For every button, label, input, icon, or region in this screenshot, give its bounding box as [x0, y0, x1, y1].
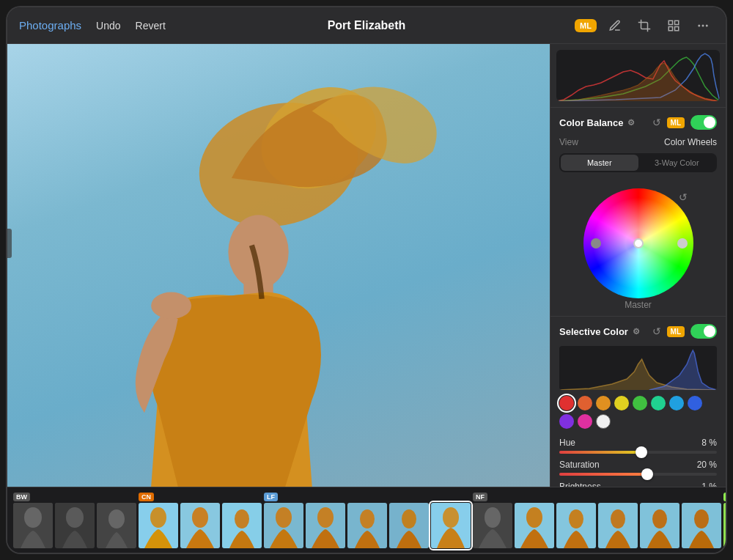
swatch-sky[interactable]: [669, 396, 684, 410]
film-thumb[interactable]: 001: [473, 503, 512, 548]
svg-point-35: [485, 507, 501, 528]
tab-master[interactable]: Master: [561, 155, 638, 171]
swatch-green[interactable]: [633, 396, 647, 410]
view-label: View: [559, 137, 578, 147]
brightness-slider-row: Brightness -1 %: [550, 479, 726, 487]
color-wheel-right-handle[interactable]: [677, 238, 688, 248]
color-wheel[interactable]: [583, 188, 693, 298]
back-button[interactable]: Photographs: [19, 19, 81, 32]
film-thumb[interactable]: 005: [640, 503, 679, 548]
svg-point-23: [235, 509, 249, 528]
color-balance-view-row: View Color Wheels: [550, 134, 726, 153]
swatch-red[interactable]: [559, 396, 574, 410]
swatch-purple[interactable]: [559, 414, 574, 429]
swatch-yellow[interactable]: [596, 396, 611, 410]
film-thumb[interactable]: 004: [389, 503, 429, 548]
film-thumb[interactable]: 001: [264, 503, 303, 548]
photo-canvas: [7, 44, 550, 487]
saturation-label: Saturation: [559, 460, 600, 470]
svg-rect-0: [668, 21, 672, 24]
brightness-value: -1 %: [699, 482, 717, 487]
swatch-white[interactable]: [596, 414, 611, 429]
hue-slider-track[interactable]: [559, 451, 717, 454]
revert-button[interactable]: Revert: [136, 20, 166, 32]
film-thumb-selected[interactable]: 005: [431, 503, 471, 548]
film-group-lf: LF 001 002 003 004: [264, 493, 471, 548]
selective-color-header: Selective Color ⚙ ↺ ML: [550, 317, 726, 343]
film-thumb[interactable]: 003: [222, 503, 262, 548]
selective-color-toggle[interactable]: [690, 324, 717, 339]
film-thumb[interactable]: 006: [682, 503, 721, 548]
swatch-blue[interactable]: [688, 396, 702, 410]
selective-color-section: Selective Color ⚙ ↺ ML: [550, 317, 726, 487]
undo-button[interactable]: Undo: [96, 20, 120, 32]
view-value[interactable]: Color Wheels: [664, 137, 717, 147]
svg-rect-46: [723, 503, 726, 548]
saturation-value: 20 %: [697, 460, 717, 470]
color-wheel-center-handle[interactable]: [633, 238, 644, 248]
markup-icon-btn[interactable]: [604, 15, 626, 37]
crop-icon-btn[interactable]: [633, 15, 655, 37]
selective-color-ml[interactable]: ML: [667, 326, 685, 337]
film-thumb[interactable]: 003: [556, 503, 596, 548]
svg-rect-2: [668, 26, 672, 30]
film-thumbnails-cn: 001 002 003: [139, 503, 262, 548]
histogram-canvas: [556, 50, 720, 101]
saturation-slider-row: Saturation 20 %: [550, 457, 726, 479]
color-balance-reset[interactable]: ↺: [652, 117, 661, 128]
swatch-yellow-green[interactable]: [614, 396, 629, 410]
film-thumb[interactable]: 001: [13, 503, 53, 548]
tab-3way[interactable]: 3-Way Color: [638, 155, 716, 171]
svg-point-21: [192, 507, 208, 528]
film-thumb[interactable]: 004: [598, 503, 638, 548]
film-group-nf: NF 001 002 003 004: [473, 493, 721, 548]
svg-point-13: [24, 507, 42, 528]
film-group-cn: CN 001 002 003: [139, 493, 262, 548]
right-panel: Color Balance ⚙ ↺ ML View Color Wheels M…: [550, 44, 726, 487]
color-balance-ml[interactable]: ML: [667, 117, 685, 128]
film-thumb[interactable]: 002: [180, 503, 220, 548]
film-thumb[interactable]: 001: [139, 503, 178, 548]
swatch-pink[interactable]: [578, 414, 592, 429]
svg-point-27: [317, 507, 334, 528]
film-thumb[interactable]: 001: [723, 503, 726, 548]
film-thumb[interactable]: 003: [97, 503, 136, 548]
saturation-slider-thumb[interactable]: [641, 468, 653, 480]
film-thumbnails-lf: 001 002 003 004 005: [264, 503, 471, 548]
selective-color-controls: ↺ ML: [652, 324, 717, 339]
photo-title: Port Elizabeth: [328, 19, 406, 32]
film-group-bw: BW 001 002 003: [13, 493, 136, 548]
color-wheel-left-handle[interactable]: [591, 238, 601, 248]
film-thumb[interactable]: 002: [55, 503, 95, 548]
color-balance-info-icon[interactable]: ⚙: [627, 118, 635, 128]
film-thumb[interactable]: 002: [306, 503, 345, 548]
selective-color-info-icon[interactable]: ⚙: [633, 327, 640, 336]
svg-point-5: [702, 24, 704, 26]
color-balance-controls: ↺ ML: [652, 115, 717, 130]
histogram-section: [550, 44, 726, 108]
svg-point-8: [243, 67, 395, 208]
hue-slider-thumb[interactable]: [636, 446, 647, 458]
film-thumb[interactable]: 003: [347, 503, 387, 548]
layout-icon-btn[interactable]: [663, 15, 685, 37]
film-group-label-bw: BW: [13, 493, 30, 501]
swatch-orange[interactable]: [578, 396, 592, 410]
ml-badge[interactable]: ML: [575, 19, 597, 32]
film-group-ls: LS 001: [723, 493, 726, 548]
swatch-cyan[interactable]: [651, 396, 666, 410]
more-icon-btn[interactable]: [692, 15, 714, 37]
wheel-reset-btn[interactable]: ↺: [679, 191, 688, 203]
selective-color-reset[interactable]: ↺: [652, 325, 661, 337]
filmstrip: BW 001 002 003 CN: [7, 487, 726, 553]
svg-point-33: [443, 507, 459, 528]
film-group-label-cn: CN: [139, 493, 154, 501]
svg-point-41: [611, 509, 625, 528]
color-balance-toggle[interactable]: [690, 115, 717, 130]
svg-point-6: [706, 24, 708, 26]
saturation-slider-track[interactable]: [559, 473, 717, 476]
svg-point-9: [228, 215, 288, 289]
film-thumb[interactable]: 002: [515, 503, 554, 548]
color-balance-section: Color Balance ⚙ ↺ ML View Color Wheels M…: [550, 108, 726, 317]
svg-point-45: [694, 509, 709, 528]
top-bar-left: Photographs Undo Revert: [19, 19, 366, 32]
